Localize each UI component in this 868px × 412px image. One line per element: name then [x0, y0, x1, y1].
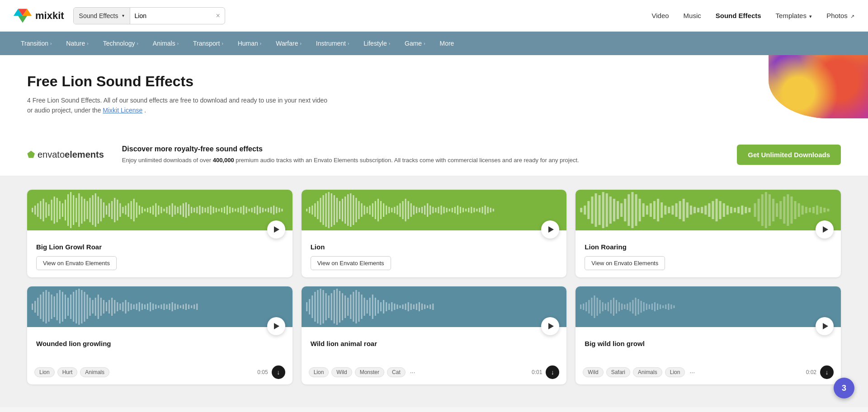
svg-rect-49 [155, 203, 156, 217]
svg-rect-347 [597, 298, 598, 316]
tag-monster-5[interactable]: Monster [355, 367, 384, 377]
cat-nature[interactable]: Nature › [59, 32, 95, 55]
svg-rect-65 [199, 206, 200, 215]
waveform-wounded-lion[interactable] [27, 286, 292, 327]
svg-rect-241 [54, 296, 55, 317]
svg-rect-57 [177, 207, 179, 213]
svg-rect-304 [333, 290, 335, 323]
tag-safari-6[interactable]: Safari [606, 367, 630, 377]
svg-rect-206 [730, 207, 732, 213]
svg-rect-83 [249, 209, 250, 211]
cat-more[interactable]: More [432, 32, 461, 55]
svg-rect-330 [405, 304, 406, 310]
svg-rect-336 [421, 304, 423, 310]
nav-templates[interactable]: Templates ▾ [776, 12, 812, 19]
download-button-5[interactable]: ↓ [546, 365, 559, 379]
download-button-4[interactable]: ↓ [272, 365, 285, 379]
play-button-4[interactable] [267, 317, 285, 335]
view-envato-button-1[interactable]: View on Envato Elements [36, 256, 117, 270]
svg-rect-217 [772, 199, 774, 221]
svg-rect-124 [383, 203, 384, 217]
envato-leaf-icon: ⬟ [27, 149, 35, 160]
notification-bubble[interactable]: 3 [834, 378, 854, 398]
search-bar: Sound Effects ▾ × [73, 7, 225, 24]
search-input[interactable] [130, 12, 212, 19]
svg-rect-205 [726, 206, 729, 215]
svg-rect-262 [111, 298, 113, 316]
svg-rect-48 [152, 206, 154, 215]
logo[interactable]: mixkit [14, 9, 64, 23]
svg-rect-7 [40, 201, 41, 219]
svg-rect-225 [802, 206, 804, 215]
svg-rect-117 [363, 206, 365, 215]
svg-rect-321 [380, 302, 382, 311]
tag-lion-6[interactable]: Lion [665, 367, 685, 377]
view-envato-button-3[interactable]: View on Envato Elements [585, 256, 665, 270]
play-button-2[interactable] [541, 220, 559, 239]
cat-animals[interactable]: Animals › [146, 32, 186, 55]
svg-rect-332 [410, 304, 411, 310]
waveform-lion-roaring[interactable] [576, 190, 841, 230]
cat-transport[interactable]: Transport › [186, 32, 231, 55]
nav-sound-effects[interactable]: Sound Effects [716, 12, 761, 19]
nav-photos[interactable]: Photos ↗ [826, 12, 854, 19]
tag-more-6[interactable]: ··· [688, 367, 697, 377]
svg-rect-13 [57, 198, 58, 222]
search-dropdown[interactable]: Sound Effects ▾ [74, 8, 130, 24]
svg-rect-343 [586, 302, 587, 311]
svg-rect-51 [160, 207, 162, 213]
svg-rect-227 [809, 208, 811, 212]
svg-rect-252 [84, 292, 85, 322]
card-big-wild-lion-growl: Big wild lion growl Wild Safari Animals … [576, 286, 841, 384]
cat-lifestyle[interactable]: Lifestyle › [356, 32, 397, 55]
tag-lion-4[interactable]: Lion [34, 367, 55, 377]
search-clear-icon[interactable]: × [212, 12, 225, 20]
svg-rect-232 [827, 209, 830, 211]
nav-music[interactable]: Music [684, 12, 701, 19]
svg-rect-263 [114, 300, 115, 314]
svg-rect-242 [57, 293, 58, 320]
cat-game[interactable]: Game › [397, 32, 432, 55]
tag-animals-6[interactable]: Animals [633, 367, 662, 377]
card-meta-5: 0:01 ↓ [532, 365, 559, 379]
svg-rect-73 [221, 208, 222, 212]
waveform-lion[interactable] [302, 190, 567, 230]
cat-transition[interactable]: Transition › [14, 32, 59, 55]
svg-rect-98 [311, 206, 313, 215]
svg-rect-230 [820, 207, 822, 213]
play-button-1[interactable] [267, 220, 285, 239]
tag-animals-4[interactable]: Animals [80, 367, 109, 377]
cat-warfare[interactable]: Warfare › [269, 32, 309, 55]
tag-wild-5[interactable]: Wild [331, 367, 352, 377]
view-envato-button-2[interactable]: View on Envato Elements [311, 256, 391, 270]
svg-rect-44 [142, 207, 143, 213]
svg-rect-218 [776, 203, 778, 217]
tag-lion-5[interactable]: Lion [309, 367, 329, 377]
waveform-big-lion[interactable] [27, 190, 292, 230]
nav-video[interactable]: Video [651, 12, 669, 19]
svg-rect-249 [75, 290, 77, 323]
svg-rect-197 [697, 208, 699, 212]
svg-rect-222 [791, 197, 793, 224]
mixkit-license-link[interactable]: Mixkit License [103, 107, 142, 114]
tag-cat-5[interactable]: Cat [387, 367, 406, 377]
play-button-5[interactable] [541, 317, 559, 335]
envato-logo: ⬟ envatoelements [27, 149, 104, 160]
svg-rect-311 [353, 292, 354, 322]
cat-technology[interactable]: Technology › [96, 32, 146, 55]
waveform-wild-lion[interactable] [302, 286, 567, 327]
play-button-3[interactable] [816, 220, 834, 239]
download-button-6[interactable]: ↓ [820, 365, 834, 379]
cat-human[interactable]: Human › [231, 32, 269, 55]
tag-more-5[interactable]: ··· [408, 367, 417, 377]
get-unlimited-downloads-button[interactable]: Get Unlimited Downloads [737, 145, 841, 165]
tag-hurt-4[interactable]: Hurt [57, 367, 78, 377]
svg-rect-198 [701, 207, 703, 213]
play-button-6[interactable] [816, 317, 834, 335]
svg-rect-42 [136, 202, 137, 218]
tag-wild-6[interactable]: Wild [583, 367, 603, 377]
cat-instrument[interactable]: Instrument › [309, 32, 356, 55]
card-title-1: Big Lion Growl Roar [36, 243, 283, 251]
svg-rect-126 [388, 207, 390, 213]
waveform-big-wild-lion[interactable] [576, 286, 841, 327]
